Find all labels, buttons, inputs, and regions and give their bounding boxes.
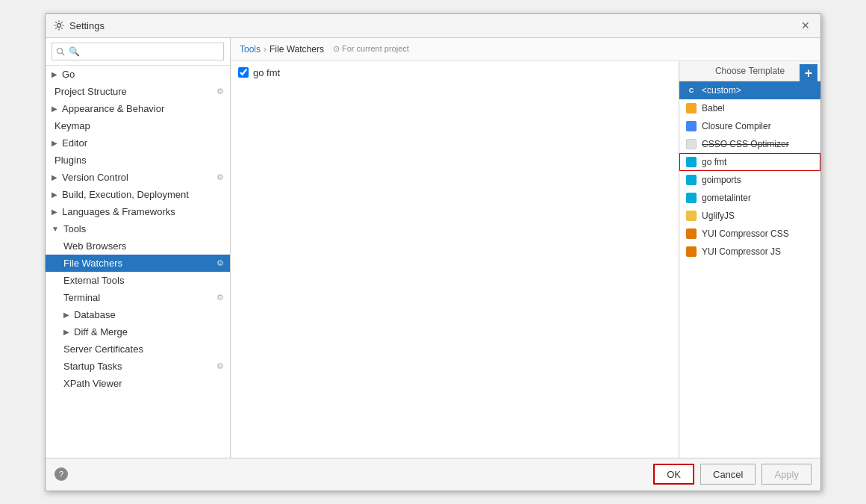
sidebar-item-terminal[interactable]: Terminal ⚙ [46,289,230,306]
sidebar-item-label: Project Structure [54,86,127,97]
sidebar-item-label: Plugins [54,155,87,166]
main-content: Tools › File Watchers ⊙ For current proj… [231,38,820,458]
sidebar-item-editor[interactable]: ▶ Editor [46,134,230,152]
sidebar-item-label: Server Certificates [63,343,143,355]
template-icon-babel [685,102,697,114]
template-item-babel[interactable]: Babel [679,99,820,117]
sidebar-item-file-watchers[interactable]: File Watchers ⚙ [46,255,230,272]
for-current-project-label: ⊙ For current project [333,44,409,54]
arrow-icon: ▶ [52,173,57,181]
sidebar-item-label: Keymap [54,120,90,131]
template-item-gometalinter[interactable]: gometalinter [679,189,820,207]
template-icon-yuicss [685,228,697,240]
sidebar-item-startup-tasks[interactable]: Startup Tasks ⚙ [46,358,230,375]
apply-button[interactable]: Apply [761,464,812,485]
sidebar-item-label: Diff & Merge [74,326,128,337]
gear-icon: ⚙ [216,361,224,371]
sidebar-item-plugins[interactable]: Plugins [46,152,230,169]
sidebar-item-appearance-behavior[interactable]: ▶ Appearance & Behavior [46,100,230,117]
sidebar-item-tools[interactable]: ▼ Tools [46,220,230,237]
template-item-go-fmt[interactable]: go fmt [679,153,820,171]
sidebar-item-database[interactable]: ▶ Database [46,306,230,323]
close-button[interactable]: ✕ [798,19,813,32]
sidebar-item-web-browsers[interactable]: Web Browsers [46,237,230,255]
title-bar-left: Settings [53,19,105,31]
arrow-icon: ▶ [52,70,57,78]
gear-icon: ⚙ [216,87,224,96]
sidebar-item-keymap[interactable]: Keymap [46,117,230,134]
template-item-label: <custom> [702,85,741,96]
sidebar-item-version-control[interactable]: ▶ Version Control ⚙ [46,169,230,186]
template-icon-gofmt [685,156,697,168]
sidebar-item-label: Tools [63,223,86,234]
sidebar-item-go[interactable]: ▶ Go [46,66,230,83]
watcher-area: go fmt + Choose Template C <custom> [231,61,820,458]
gear-icon: ⚙ [216,293,224,302]
svg-point-0 [57,24,61,28]
template-item-label: Closure Compiler [702,121,771,131]
template-item-label: Babel [702,103,725,113]
template-item-label: YUI Compressor CSS [702,228,789,239]
template-item-label: UglifyJS [702,211,735,221]
breadcrumb-parent[interactable]: Tools [240,44,261,55]
sidebar-item-external-tools[interactable]: External Tools [46,272,230,289]
gear-icon: ⚙ [216,258,224,268]
sidebar-item-label: External Tools [63,275,124,286]
settings-icon [53,19,65,31]
sidebar-item-languages-frameworks[interactable]: ▶ Languages & Frameworks [46,203,230,220]
search-input[interactable] [52,43,224,60]
arrow-icon: ▶ [52,139,57,147]
sidebar-item-project-structure[interactable]: Project Structure ⚙ [46,83,230,100]
sidebar-item-label: Version Control [62,172,128,183]
arrow-icon: ▶ [52,105,57,113]
breadcrumb: Tools › File Watchers ⊙ For current proj… [231,38,820,61]
template-item-custom[interactable]: C <custom> [679,81,820,99]
watcher-name: go fmt [253,67,280,78]
template-icon-closure [685,120,697,132]
sidebar-item-label: XPath Viewer [63,378,122,389]
template-icon-gometalinter [685,192,697,204]
settings-dialog: Settings ✕ ▶ Go Project Structure ⚙ ▶ Ap… [45,13,821,491]
template-item-label: gometalinter [702,193,751,203]
template-icon-uglify [685,210,697,222]
cancel-button[interactable]: Cancel [700,464,756,485]
template-item-label: CSSO CSS Optimizer [702,139,789,149]
sidebar-item-xpath-viewer[interactable]: XPath Viewer [46,375,230,392]
sidebar-item-label: File Watchers [63,258,122,269]
template-item-closure-compiler[interactable]: Closure Compiler [679,117,820,135]
search-box [46,38,230,66]
sidebar-item-build-execution[interactable]: ▶ Build, Execution, Deployment [46,186,230,203]
sidebar-item-label: Web Browsers [63,240,126,252]
template-icon-custom: C [685,84,697,96]
template-icon-yuijs [685,246,697,258]
sidebar-item-label: Database [74,309,116,320]
template-dropdown: Choose Template C <custom> Babel [679,61,820,458]
arrow-icon: ▶ [63,311,69,319]
sidebar-item-label: Terminal [63,292,100,303]
sidebar-item-label: Appearance & Behavior [62,103,164,114]
template-item-csso[interactable]: CSSO CSS Optimizer [679,135,820,153]
template-item-goimports[interactable]: goimports [679,171,820,189]
sidebar-item-label: Languages & Frameworks [62,206,175,217]
dialog-title: Settings [69,20,105,31]
sidebar-item-server-certificates[interactable]: Server Certificates [46,340,230,358]
template-item-label: YUI Compressor JS [702,246,781,257]
breadcrumb-separator: › [264,44,267,55]
template-item-label: goimports [702,175,741,185]
sidebar: ▶ Go Project Structure ⚙ ▶ Appearance & … [46,38,231,458]
template-icon-goimports [685,174,697,186]
sidebar-item-label: Startup Tasks [63,361,122,372]
arrow-icon: ▼ [52,225,59,233]
dialog-body: ▶ Go Project Structure ⚙ ▶ Appearance & … [46,38,820,458]
template-item-yui-css[interactable]: YUI Compressor CSS [679,225,820,243]
template-item-uglifyjs[interactable]: UglifyJS [679,207,820,225]
template-icon-csso [685,138,697,150]
sidebar-item-label: Editor [62,137,87,149]
watcher-checkbox[interactable] [238,67,249,78]
help-button[interactable]: ? [54,467,68,481]
template-item-yui-js[interactable]: YUI Compressor JS [679,243,820,261]
sidebar-item-label: Build, Execution, Deployment [62,189,189,200]
ok-button[interactable]: OK [653,464,694,485]
arrow-icon: ▶ [63,328,69,336]
sidebar-item-diff-merge[interactable]: ▶ Diff & Merge [46,323,230,340]
